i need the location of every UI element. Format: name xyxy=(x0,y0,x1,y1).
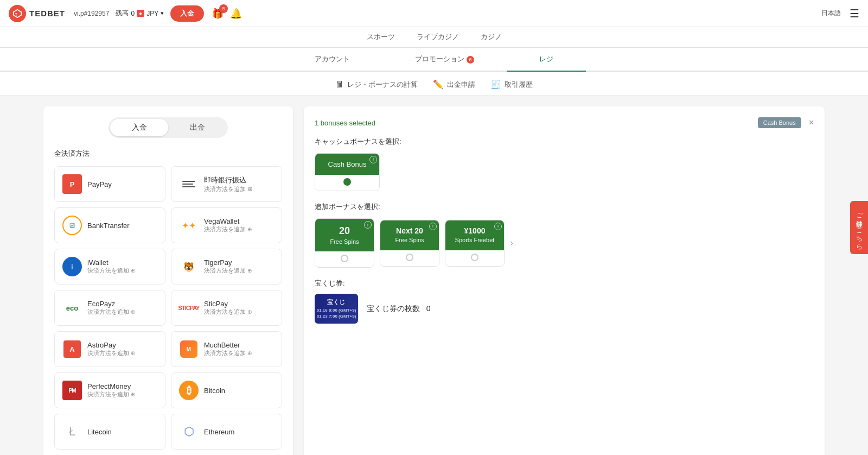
hamburger-menu[interactable]: ☰ xyxy=(850,7,859,20)
payment-item-banktransfer[interactable]: 🔄 BankTransfer xyxy=(54,207,165,243)
calculator-icon: 🖩 xyxy=(335,80,344,90)
cash-bonus-card[interactable]: i Cash Bonus ✓ xyxy=(315,153,380,191)
lottery-ticket-inner: 宝くじ 01.16 9:00 (GMT+9) 01.23 7:00 (GMT+9… xyxy=(317,298,356,319)
payment-item-astropay[interactable]: A AstroPay 決済方法を追加 ⊕ xyxy=(54,331,165,367)
logo-icon: T xyxy=(9,5,26,22)
currency-flag: ● xyxy=(137,10,144,17)
additional-bonus-label: 追加ボーナスを選択: xyxy=(315,202,814,212)
bell-icon[interactable]: 🔔 xyxy=(230,8,242,20)
sub-nav-account[interactable]: アカウント xyxy=(282,48,382,72)
tab-sports[interactable]: スポーツ xyxy=(365,27,397,47)
sub-nav-cashier[interactable]: レジ xyxy=(507,48,586,72)
additional-bonus-card-0[interactable]: i 20 Free Spins xyxy=(315,218,374,268)
tigerpay-add: 決済方法を追加 ⊕ xyxy=(204,267,252,275)
perfectmoney-label: PerfectMoney xyxy=(87,382,136,390)
deposit-tab-button[interactable]: 入金 xyxy=(110,119,168,136)
cashier-tool-history[interactable]: 🧾 取引履歴 xyxy=(490,79,533,90)
logo-text: TEDBET xyxy=(29,9,65,18)
additional-bonus-card-2[interactable]: i ¥1000 Sports Freebet xyxy=(445,220,505,267)
vegawallet-label: VegaWallet xyxy=(204,217,252,225)
sub-nav-promotions[interactable]: プロモーション6 xyxy=(382,48,507,72)
payment-item-muchbetter[interactable]: M MuchBetter 決済方法を追加 ⊕ xyxy=(171,331,282,367)
additional-bonus-section: 追加ボーナスを選択: i 20 Free Spins i Next 20 xyxy=(315,202,814,268)
header-icons: 🎁 5 🔔 xyxy=(212,8,242,20)
cash-bonus-radio[interactable] xyxy=(343,178,351,186)
payment-item-instant-bank[interactable]: 即時銀行振込 決済方法を追加 ⊕ xyxy=(171,166,282,202)
payment-item-litecoin[interactable]: Ł Litecoin xyxy=(54,414,165,450)
tigerpay-label: TigerPay xyxy=(204,258,252,267)
cashier-tool-calculator[interactable]: 🖩 レジ・ボーナスの計算 xyxy=(335,79,418,90)
main-layout: 入金 出金 全決済方法 P PayPay xyxy=(0,96,868,455)
side-cta-button[interactable]: ご登録はこちら xyxy=(850,201,868,254)
balance-value: 0 xyxy=(131,10,135,17)
additional-bonus-card-1-footer xyxy=(380,250,439,266)
astropay-add: 決済方法を追加 ⊕ xyxy=(87,349,136,357)
lottery-count-value: 0 xyxy=(426,304,431,313)
cashier-tool-calc-label: レジ・ボーナスの計算 xyxy=(347,80,418,90)
banktransfer-logo-icon: 🔄 xyxy=(62,216,82,235)
muchbetter-label: MuchBetter xyxy=(204,341,252,349)
additional-bonus-2-radio[interactable] xyxy=(471,254,478,261)
lottery-date1: 01.16 9:00 (GMT+9) xyxy=(317,307,356,313)
payment-item-iwallet[interactable]: i iWallet 決済方法を追加 ⊕ xyxy=(54,249,165,285)
cashier-toolbar: 🖩 レジ・ボーナスの計算 ✏️ 出金申請 🧾 取引履歴 xyxy=(0,72,868,96)
payment-item-vegawallet[interactable]: ✦✦ VegaWallet 決済方法を追加 ⊕ xyxy=(171,207,282,243)
cash-bonus-card-label: Cash Bonus xyxy=(328,160,367,168)
sticpay-logo-icon: STICPAY xyxy=(178,305,200,311)
cash-bonus-badge: Cash Bonus xyxy=(758,117,801,128)
additional-bonus-0-info-icon[interactable]: i xyxy=(364,221,372,229)
vegawallet-logo-icon: ✦✦ xyxy=(182,220,196,231)
deposit-withdraw-switcher: 入金 出金 xyxy=(108,117,228,138)
lottery-section: 宝くじ券: 宝くじ 01.16 9:00 (GMT+9) 01.23 7:00 … xyxy=(315,279,814,324)
instant-bank-logo xyxy=(179,174,199,194)
payment-item-perfectmoney[interactable]: PM PerfectMoney 決済方法を追加 ⊕ xyxy=(54,372,165,408)
bonus-selected-count: 1 bonuses selected xyxy=(315,119,375,127)
additional-bonus-card-0-footer xyxy=(315,251,374,267)
tab-live-casino[interactable]: ライブカジノ xyxy=(414,27,461,47)
cash-bonus-info-icon[interactable]: i xyxy=(369,156,377,163)
additional-bonus-cards: i 20 Free Spins i Next 20 Free Spins xyxy=(315,218,814,268)
deposit-button[interactable]: 入金 xyxy=(170,5,204,22)
payment-item-ecopayz[interactable]: eco EcoPayz 決済方法を追加 ⊕ xyxy=(54,290,165,326)
iwallet-label: iWallet xyxy=(87,258,136,267)
lottery-count-section: 宝くじ券の枚数 0 xyxy=(367,304,430,314)
perfectmoney-logo-icon: PM xyxy=(62,381,82,400)
sub-nav: アカウント プロモーション6 レジ xyxy=(0,48,868,72)
withdraw-tab-button[interactable]: 出金 xyxy=(168,119,226,136)
ecopayz-logo-icon: eco xyxy=(66,304,78,312)
payment-item-ethereum[interactable]: ⬡ Ethereum xyxy=(171,414,282,450)
ecopayz-add: 決済方法を追加 ⊕ xyxy=(87,308,136,316)
ethereum-logo-icon: ⬡ xyxy=(184,425,194,439)
payment-item-tigerpay[interactable]: 🐯 TigerPay 決済方法を追加 ⊕ xyxy=(171,249,282,285)
ecopayz-logo: eco xyxy=(62,298,82,318)
gift-icon[interactable]: 🎁 5 xyxy=(212,8,224,20)
cashier-tool-withdrawal[interactable]: ✏️ 出金申請 xyxy=(433,79,475,90)
additional-bonus-card-1[interactable]: i Next 20 Free Spins xyxy=(380,220,439,267)
payment-item-sticpay[interactable]: STICPAY SticPay 決済方法を追加 ⊕ xyxy=(171,290,282,326)
lottery-content: 宝くじ 01.16 9:00 (GMT+9) 01.23 7:00 (GMT+9… xyxy=(315,294,814,324)
additional-bonus-1-radio[interactable] xyxy=(406,254,413,261)
balance-display: 残高 0 ● JPY ▾ xyxy=(116,9,164,18)
header: T TEDBET vi.p#192957 残高 0 ● JPY ▾ 入金 🎁 5… xyxy=(0,0,868,27)
currency-dropdown[interactable]: ▾ xyxy=(161,10,164,17)
additional-bonus-2-info-icon[interactable]: i xyxy=(494,223,502,230)
pencil-icon: ✏️ xyxy=(433,79,444,90)
bank-lines-icon xyxy=(182,181,195,187)
sticpay-add: 決済方法を追加 ⊕ xyxy=(204,308,252,316)
muchbetter-add: 決済方法を追加 ⊕ xyxy=(204,349,252,357)
tigerpay-logo-icon: 🐯 xyxy=(183,262,194,272)
additional-bonus-1-info-icon[interactable]: i xyxy=(429,223,437,230)
bitcoin-label: Bitcoin xyxy=(204,387,225,395)
additional-bonus-0-radio[interactable] xyxy=(341,255,348,262)
payment-section-title: 全決済方法 xyxy=(54,149,282,159)
close-bonus-button[interactable]: × xyxy=(809,118,814,128)
bonus-selected-bar: 1 bonuses selected Cash Bonus × xyxy=(315,117,814,128)
left-panel: 入金 出金 全決済方法 P PayPay xyxy=(43,106,293,455)
payment-item-paypay[interactable]: P PayPay xyxy=(54,166,165,202)
language-selector[interactable]: 日本語 xyxy=(821,9,841,18)
astropay-label: AstroPay xyxy=(87,341,136,349)
bonus-carousel-next[interactable]: › xyxy=(510,237,513,249)
payment-item-bitcoin[interactable]: ₿ Bitcoin xyxy=(171,372,282,408)
paypay-label: PayPay xyxy=(87,180,112,188)
tab-casino[interactable]: カジノ xyxy=(478,27,504,47)
